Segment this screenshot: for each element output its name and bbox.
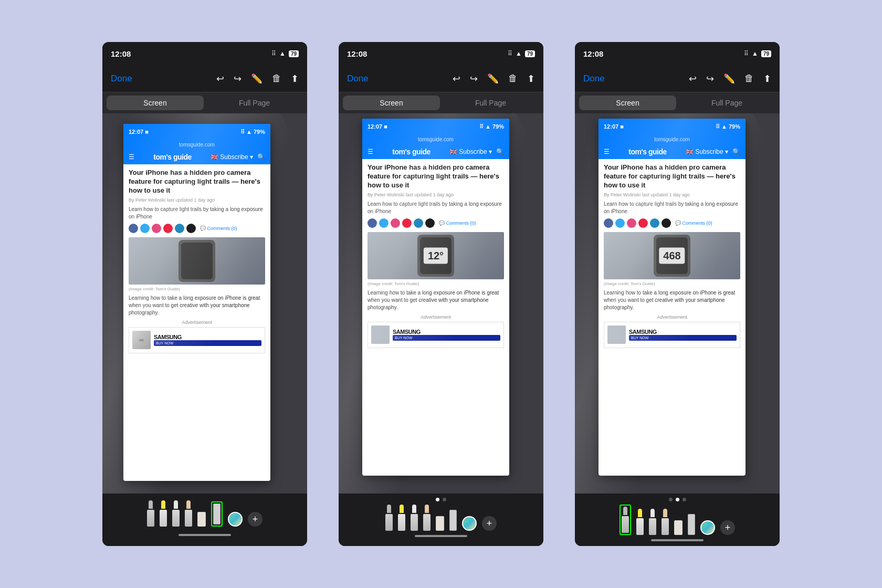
ad-label-2: Advertisement (368, 314, 504, 320)
article-image-caption-3: (Image credit: Tom's Guide) (604, 281, 740, 286)
undo-icon-1[interactable]: ↩ (216, 73, 224, 85)
done-button-3[interactable]: Done (583, 74, 605, 84)
redo-icon-2[interactable]: ↪ (470, 73, 478, 85)
status-icons-3: ⠿ ▲ 79 (744, 50, 771, 57)
inner-url-bar-3: tomsguide.com (598, 134, 746, 144)
tool-pen3-1[interactable] (172, 500, 180, 527)
inner-url-text-1: tomsguide.com (179, 142, 215, 148)
article-excerpt-2: Learn how to capture light trails by tak… (368, 201, 504, 215)
samsung-logo-3: SAMSUNG (629, 329, 737, 335)
article-body-1: Learning how to take a long exposure on … (129, 295, 265, 317)
tool-ruler-1[interactable] (211, 501, 223, 527)
article-image-caption-1: (Image credit: Tom's Guide) (129, 287, 265, 291)
signal-icon-1: ⠿ (271, 50, 276, 57)
page-dots-3 (669, 498, 686, 501)
inner-url-bar-2: tomsguide.com (362, 134, 509, 144)
article-excerpt-1: Learn how to capture light trails by tak… (129, 206, 265, 220)
tool-pen4-1[interactable] (185, 500, 192, 527)
redo-icon-1[interactable]: ↪ (234, 73, 242, 85)
tool-ruler-3[interactable] (688, 514, 695, 535)
buy-now-btn-3[interactable]: BUY NOW (629, 335, 737, 341)
markup-icon-1[interactable]: ✏️ (251, 73, 262, 85)
inner-url-bar-1: tomsguide.com (123, 140, 270, 150)
home-indicator-3 (651, 539, 704, 542)
phone-panel-2: 12:08 ⠿ ▲ 79 Done ↩ ↪ ✏️ 🗑 ⬆ Screen Full… (339, 42, 543, 546)
signal-icon-3: ⠿ (744, 50, 749, 57)
ad-banner-3: SAMSUNG BUY NOW (604, 322, 740, 348)
markup-icon-2[interactable]: ✏️ (487, 73, 499, 85)
trash-icon-1[interactable]: 🗑 (272, 73, 281, 84)
color-picker-1[interactable] (228, 512, 243, 527)
tool-pen2-1[interactable] (160, 500, 167, 527)
markup-icon-3[interactable]: ✏️ (723, 73, 735, 85)
toolbar-actions-2: ↩ ↪ ✏️ 🗑 ⬆ (453, 73, 535, 85)
color-picker-3[interactable] (700, 520, 715, 535)
tool-pen4-2[interactable] (423, 505, 430, 531)
tg-header-1: ☰ tom's guide 🇬🇧 Subscribe ▾ 🔍 (123, 150, 270, 164)
tab-fullpage-1[interactable]: Full Page (206, 96, 303, 110)
tab-fullpage-3[interactable]: Full Page (678, 96, 775, 110)
share-icon-1[interactable]: ⬆ (291, 73, 299, 85)
tab-fullpage-2[interactable]: Full Page (442, 96, 539, 110)
drawing-toolbar-2: + (339, 494, 543, 546)
undo-icon-2[interactable]: ↩ (453, 73, 460, 85)
tool-eraser-1[interactable] (197, 512, 206, 527)
tg-nav-icons-1: 🇬🇧 Subscribe ▾ 🔍 (211, 153, 265, 161)
tool-ruler-2[interactable] (449, 510, 457, 531)
share-icon-3[interactable]: ⬆ (763, 73, 771, 85)
tool-eraser-3[interactable] (674, 520, 682, 535)
tool-pen1-1[interactable] (147, 500, 154, 527)
tool-pen3-2[interactable] (411, 505, 418, 531)
ad-banner-1: AD SAMSUNG BUY NOW (129, 327, 265, 353)
comments-link-2: 💬 Comments (0) (439, 220, 476, 226)
tool-eraser-2[interactable] (436, 516, 444, 531)
tool-pen1-3[interactable] (620, 505, 631, 535)
tg-logo-2: tom's guide (392, 148, 430, 156)
add-tool-btn-1[interactable]: + (248, 512, 262, 527)
redo-icon-3[interactable]: ↪ (706, 73, 714, 85)
phone-panel-1: 12:08 ⠿ ▲ 79 Done ↩ ↪ ✏️ 🗑 ⬆ Screen Full… (102, 42, 307, 546)
inner-url-text-3: tomsguide.com (654, 136, 690, 142)
drawing-toolbar-1: + (102, 494, 307, 546)
status-icons-2: ⠿ ▲ 79 (508, 50, 535, 57)
tg-logo-3: tom's guide (628, 148, 667, 156)
article-image-1 (129, 237, 265, 285)
add-tool-btn-2[interactable]: + (482, 516, 497, 531)
tool-pen2-2[interactable] (398, 505, 405, 531)
article-byline-1: By Peter Wolinski last updated 1 day ago (129, 197, 265, 203)
social-icons-2: 💬 Comments (0) (368, 218, 504, 228)
buy-now-btn-2[interactable]: BUY NOW (393, 335, 500, 341)
trash-icon-2[interactable]: 🗑 (508, 73, 518, 84)
tab-screen-3[interactable]: Screen (579, 96, 676, 110)
share-icon-2[interactable]: ⬆ (527, 73, 535, 85)
buy-now-btn-1[interactable]: BUY NOW (154, 340, 261, 346)
tool-pen2-3[interactable] (636, 509, 644, 535)
page-dot-active-3 (676, 498, 679, 501)
tg-header-3: ☰ tom's guide 🇬🇧 Subscribe ▾ 🔍 (598, 144, 746, 159)
inner-screenshot-2: 12:07 ■ ⠿ ▲ 79% tomsguide.com ☰ tom's gu… (362, 119, 509, 476)
ad-banner-2: SAMSUNG BUY NOW (368, 322, 504, 348)
tab-bar-2: Screen Full Page (339, 92, 543, 113)
tab-screen-1[interactable]: Screen (107, 96, 204, 110)
page-dots-2 (436, 498, 446, 501)
tool-pen4-3[interactable] (662, 509, 669, 535)
add-tool-btn-3[interactable]: + (720, 520, 735, 535)
tool-pen3-3[interactable] (649, 509, 656, 535)
tool-pen1-2[interactable] (385, 505, 393, 531)
tab-screen-2[interactable]: Screen (343, 96, 440, 110)
inner-status-2: 12:07 ■ ⠿ ▲ 79% (362, 119, 509, 134)
article-content-3: Your iPhone has a hidden pro camera feat… (598, 159, 746, 352)
toolbar-actions-1: ↩ ↪ ✏️ 🗑 ⬆ (216, 73, 299, 85)
article-title-3: Your iPhone has a hidden pro camera feat… (604, 163, 740, 190)
tg-nav-icons-3: 🇬🇧 Subscribe ▾ 🔍 (686, 148, 740, 155)
annotation-value-2: 12° (424, 247, 448, 264)
color-picker-2[interactable] (462, 516, 477, 531)
page-dot-2 (443, 498, 446, 501)
samsung-logo-2: SAMSUNG (393, 329, 500, 335)
drawing-toolbar-3: + (575, 494, 780, 546)
signal-icon-2: ⠿ (508, 50, 512, 57)
trash-icon-3[interactable]: 🗑 (744, 73, 754, 84)
done-button-2[interactable]: Done (347, 74, 369, 84)
done-button-1[interactable]: Done (111, 74, 132, 84)
undo-icon-3[interactable]: ↩ (689, 73, 697, 85)
